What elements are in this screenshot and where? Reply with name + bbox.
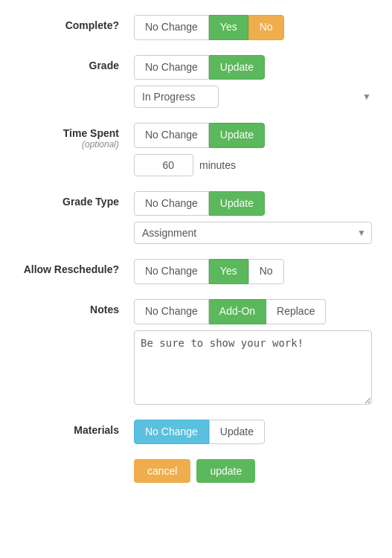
update-button[interactable]: update bbox=[196, 459, 255, 483]
time-spent-optional: (optional) bbox=[15, 139, 119, 150]
time-spent-label: Time Spent (optional) bbox=[15, 123, 134, 150]
allow-reschedule-no-change-btn[interactable]: No Change bbox=[134, 259, 209, 284]
materials-label: Materials bbox=[15, 420, 134, 436]
time-spent-no-change-btn[interactable]: No Change bbox=[134, 123, 209, 148]
grade-type-update-btn[interactable]: Update bbox=[209, 191, 265, 217]
action-buttons: cancel update bbox=[15, 452, 377, 490]
grade-type-label: Grade Type bbox=[15, 191, 134, 208]
grade-no-change-btn[interactable]: No Change bbox=[134, 55, 209, 80]
notes-label: Notes bbox=[15, 299, 134, 315]
materials-row: Materials No Change Update bbox=[15, 412, 377, 452]
complete-controls: No Change Yes No bbox=[134, 15, 377, 40]
allow-reschedule-label: Allow Reschedule? bbox=[15, 259, 134, 275]
grade-row: Grade No Change Update In Progress Compl… bbox=[15, 48, 377, 116]
cancel-button[interactable]: cancel bbox=[134, 459, 190, 483]
grade-dropdown-wrapper: In Progress Complete Incomplete ▼ bbox=[134, 86, 377, 108]
notes-no-change-btn[interactable]: No Change bbox=[134, 299, 209, 324]
grade-controls: No Change Update In Progress Complete In… bbox=[134, 55, 377, 109]
chevron-down-icon: ▼ bbox=[362, 92, 371, 102]
complete-row: Complete? No Change Yes No bbox=[15, 7, 377, 48]
time-spent-update-btn[interactable]: Update bbox=[209, 123, 265, 148]
grade-type-controls: No Change Update Assignment Quiz Test Pr… bbox=[134, 191, 377, 245]
notes-add-on-btn[interactable]: Add-On bbox=[209, 299, 266, 324]
notes-btn-group: No Change Add-On Replace bbox=[134, 299, 377, 324]
complete-no-change-btn[interactable]: No Change bbox=[134, 15, 209, 40]
time-spent-row: Time Spent (optional) No Change Update m… bbox=[15, 115, 377, 184]
grade-dropdown[interactable]: In Progress Complete Incomplete bbox=[134, 86, 219, 108]
complete-no-btn[interactable]: No bbox=[248, 15, 284, 40]
materials-controls: No Change Update bbox=[134, 420, 377, 445]
grade-update-btn[interactable]: Update bbox=[209, 55, 265, 80]
minutes-row: minutes bbox=[134, 154, 377, 176]
notes-row: Notes No Change Add-On Replace Be sure t… bbox=[15, 292, 377, 412]
minutes-input[interactable] bbox=[134, 154, 193, 176]
allow-reschedule-controls: No Change Yes No bbox=[134, 259, 377, 284]
grade-label: Grade bbox=[15, 55, 134, 71]
allow-reschedule-yes-btn[interactable]: Yes bbox=[209, 259, 248, 284]
minutes-label: minutes bbox=[199, 159, 236, 171]
notes-replace-btn[interactable]: Replace bbox=[266, 299, 326, 324]
grade-type-btn-group: No Change Update bbox=[134, 191, 377, 217]
notes-controls: No Change Add-On Replace Be sure to show… bbox=[134, 299, 377, 405]
grade-type-dropdown[interactable]: Assignment Quiz Test Project bbox=[134, 222, 372, 244]
time-spent-btn-group: No Change Update bbox=[134, 123, 377, 148]
grade-type-dropdown-wrapper: Assignment Quiz Test Project ▼ bbox=[134, 222, 372, 244]
complete-yes-btn[interactable]: Yes bbox=[209, 15, 248, 40]
complete-btn-group: No Change Yes No bbox=[134, 15, 377, 40]
grade-btn-group: No Change Update bbox=[134, 55, 377, 80]
grade-type-no-change-btn[interactable]: No Change bbox=[134, 191, 209, 217]
allow-reschedule-no-btn[interactable]: No bbox=[248, 259, 284, 284]
materials-update-btn[interactable]: Update bbox=[209, 420, 265, 445]
time-spent-controls: No Change Update minutes bbox=[134, 123, 377, 176]
notes-textarea[interactable]: Be sure to show your work! bbox=[134, 330, 372, 405]
allow-reschedule-row: Allow Reschedule? No Change Yes No bbox=[15, 251, 377, 292]
materials-btn-group: No Change Update bbox=[134, 420, 377, 445]
allow-reschedule-btn-group: No Change Yes No bbox=[134, 259, 377, 284]
materials-no-change-btn[interactable]: No Change bbox=[134, 420, 209, 445]
complete-label: Complete? bbox=[15, 15, 134, 31]
grade-type-row: Grade Type No Change Update Assignment Q… bbox=[15, 184, 377, 252]
